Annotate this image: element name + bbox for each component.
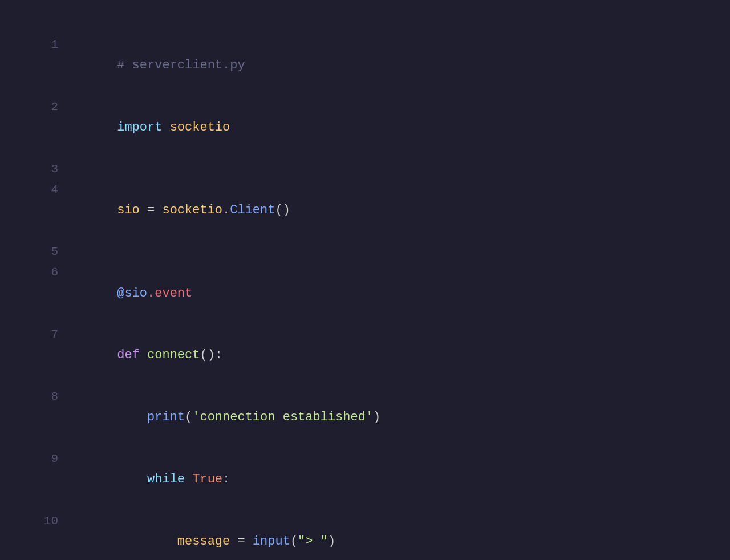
code-token: .event (147, 286, 192, 301)
code-token: socketio (162, 203, 222, 217)
code-token: @sio (117, 286, 147, 301)
code-line-7: 7 def connect(): (34, 324, 696, 387)
code-token: message (177, 534, 230, 549)
code-token: import (117, 120, 162, 135)
code-token: input (253, 534, 290, 549)
line-number: 2 (34, 98, 58, 117)
code-token: while (147, 472, 185, 486)
code-token: True (192, 472, 222, 486)
code-editor: 1 # serverclient.py 2 import socketio 3 … (23, 18, 707, 542)
line-number: 4 (34, 180, 58, 200)
code-line-8: 8 print('connection established') (34, 387, 696, 449)
line-number: 7 (34, 325, 58, 345)
code-token: sio (117, 203, 140, 217)
code-token: def (117, 348, 140, 362)
line-number: 8 (34, 387, 58, 407)
code-line-6: 6 @sio.event (34, 262, 696, 324)
line-number: 10 (34, 512, 58, 531)
code-line-4: 4 sio = socketio.Client() (34, 180, 696, 242)
line-number: 1 (34, 35, 58, 55)
code-line-9: 9 while True: (34, 449, 696, 511)
code-line-5: 5 (34, 242, 696, 262)
line-number: 5 (34, 242, 58, 262)
line-number: 6 (34, 263, 58, 283)
code-line-1: 1 # serverclient.py (34, 35, 696, 97)
code-line-3: 3 (34, 159, 696, 180)
code-token: # serverclient.py (117, 58, 245, 72)
code-token: Client (230, 203, 275, 217)
line-number: 3 (34, 160, 58, 180)
code-token: 'connection established' (192, 410, 373, 424)
code-token: connect (147, 348, 200, 362)
code-line-10: 10 message = input("> ") (34, 511, 696, 560)
line-number: 9 (34, 449, 58, 469)
code-token: print (147, 410, 185, 424)
code-line-2: 2 import socketio (34, 97, 696, 159)
code-token: socketio (170, 120, 230, 135)
code-token: "> " (298, 534, 328, 549)
